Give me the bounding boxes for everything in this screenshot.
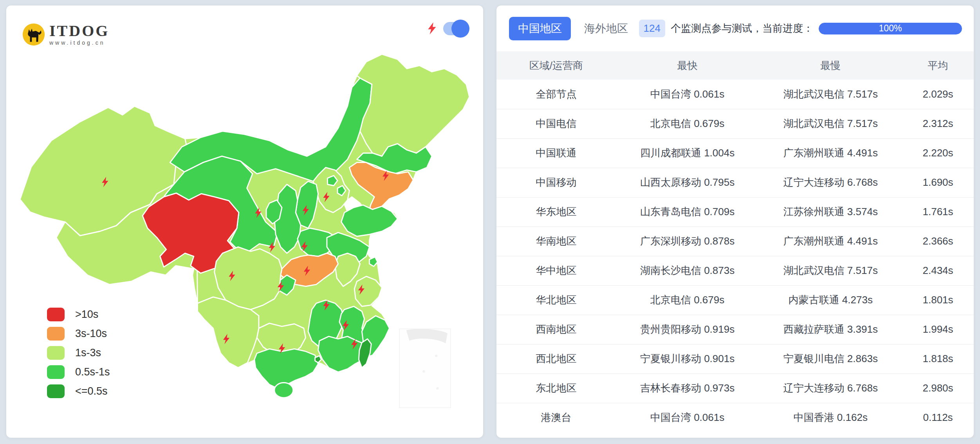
table-cell: 贵州贵阳移动 0.919s — [616, 315, 759, 344]
legend-label: 3s-10s — [75, 328, 107, 340]
table-cell: 中国电信 — [496, 109, 616, 138]
table-cell: 2.312s — [902, 109, 974, 138]
logo: ITDOG www.itdog.cn — [22, 23, 109, 46]
column-header: 最快 — [616, 51, 759, 80]
table-cell: 山西太原移动 0.795s — [616, 168, 759, 197]
table-cell: 广东深圳移动 0.878s — [616, 227, 759, 256]
table-row: 华中地区湖南长沙电信 0.873s湖北武汉电信 7.517s2.434s — [496, 256, 974, 285]
results-table-body: 全部节点中国台湾 0.061s湖北武汉电信 7.517s2.029s中国电信北京… — [496, 80, 974, 432]
column-header: 平均 — [902, 51, 974, 80]
table-cell: 湖北武汉电信 7.517s — [759, 256, 902, 285]
legend-swatch-icon — [47, 384, 65, 398]
legend-swatch-icon — [47, 308, 65, 321]
legend-swatch-icon — [47, 327, 65, 341]
province-shandong[interactable] — [341, 205, 398, 236]
table-row: 西南地区贵州贵阳移动 0.919s西藏拉萨联通 3.391s1.994s — [496, 315, 974, 344]
table-cell: 2.029s — [902, 80, 974, 109]
legend-label: 1s-3s — [75, 347, 101, 359]
table-cell: 江苏徐州联通 3.574s — [759, 197, 902, 227]
table-cell: 湖北武汉电信 7.517s — [759, 80, 902, 109]
table-cell: 湖南长沙电信 0.873s — [616, 256, 759, 285]
table-cell: 宁夏银川电信 2.863s — [759, 344, 902, 373]
legend-item-gt10[interactable]: >10s — [47, 307, 110, 321]
table-cell: 2.220s — [902, 138, 974, 168]
results-panel: 中国地区 海外地区 124 个监测点参与测试，当前进度： 100% 区域/运营商… — [496, 5, 974, 438]
legend-item-s05to1[interactable]: 0.5s-1s — [47, 365, 110, 379]
table-cell: 中国台湾 0.061s — [616, 403, 759, 432]
table-cell: 山东青岛电信 0.709s — [616, 197, 759, 227]
table-row: 全部节点中国台湾 0.061s湖北武汉电信 7.517s2.029s — [496, 80, 974, 109]
progress-group: 124 个监测点参与测试，当前进度： 100% — [639, 20, 962, 37]
legend-swatch-icon — [47, 365, 65, 379]
table-cell: 东北地区 — [496, 373, 616, 403]
table-cell: 广东潮州联通 4.491s — [759, 227, 902, 256]
map-toggle-area — [428, 22, 468, 35]
table-cell: 华中地区 — [496, 256, 616, 285]
province-hainan[interactable] — [274, 383, 293, 398]
table-cell: 西藏拉萨联通 3.391s — [759, 315, 902, 344]
table-cell: 四川成都联通 1.004s — [616, 138, 759, 168]
table-row: 港澳台中国台湾 0.061s中国香港 0.162s0.112s — [496, 403, 974, 432]
table-row: 中国电信北京电信 0.679s湖北武汉电信 7.517s2.312s — [496, 109, 974, 138]
itdog-logo-icon — [22, 23, 45, 46]
table-cell: 北京电信 0.679s — [616, 285, 759, 315]
region-tabs: 中国地区 海外地区 — [509, 17, 628, 40]
table-cell: 湖北武汉电信 7.517s — [759, 109, 902, 138]
table-row: 西北地区宁夏银川移动 0.901s宁夏银川电信 2.863s1.818s — [496, 344, 974, 373]
table-cell: 1.801s — [902, 285, 974, 315]
tab-overseas[interactable]: 海外地区 — [584, 17, 628, 40]
table-cell: 辽宁大连移动 6.768s — [759, 168, 902, 197]
legend-swatch-icon — [47, 346, 65, 360]
monitor-count-badge: 124 — [639, 20, 665, 37]
legend-item-le05[interactable]: <=0.5s — [47, 384, 110, 398]
monitor-label: 个监测点参与测试，当前进度： — [671, 22, 813, 35]
progress-label: 100% — [879, 23, 902, 34]
table-cell: 港澳台 — [496, 403, 616, 432]
table-cell: 2.980s — [902, 373, 974, 403]
results-table-head: 区域/运营商最快最慢平均 — [496, 51, 974, 80]
column-header: 区域/运营商 — [496, 51, 616, 80]
table-cell: 2.366s — [902, 227, 974, 256]
table-cell: 广东潮州联通 4.491s — [759, 138, 902, 168]
map-panel: ITDOG www.itdog.cn >10s3s-10s1s-3s0.5s-1… — [6, 5, 483, 438]
south-sea-inset — [399, 329, 451, 408]
table-cell: 中国移动 — [496, 168, 616, 197]
table-cell: 辽宁大连移动 6.768s — [759, 373, 902, 403]
table-cell: 中国联通 — [496, 138, 616, 168]
results-table: 区域/运营商最快最慢平均 全部节点中国台湾 0.061s湖北武汉电信 7.517… — [496, 51, 974, 432]
table-row: 华南地区广东深圳移动 0.878s广东潮州联通 4.491s2.366s — [496, 227, 974, 256]
table-cell: 1.818s — [902, 344, 974, 373]
logo-title: ITDOG — [49, 23, 109, 39]
legend-item-s1to3[interactable]: 1s-3s — [47, 346, 110, 360]
legend-label: <=0.5s — [75, 385, 108, 397]
table-cell: 华南地区 — [496, 227, 616, 256]
table-row: 中国移动山西太原移动 0.795s辽宁大连移动 6.768s1.690s — [496, 168, 974, 197]
column-header: 最慢 — [759, 51, 902, 80]
table-cell: 中国香港 0.162s — [759, 403, 902, 432]
table-row: 华东地区山东青岛电信 0.709s江苏徐州联通 3.574s1.761s — [496, 197, 974, 227]
table-cell: 2.434s — [902, 256, 974, 285]
table-cell: 华北地区 — [496, 285, 616, 315]
legend-label: 0.5s-1s — [75, 366, 110, 378]
ping-mode-toggle[interactable] — [443, 22, 468, 35]
table-cell: 吉林长春移动 0.973s — [616, 373, 759, 403]
tab-china[interactable]: 中国地区 — [509, 17, 571, 40]
province-heilongjiang[interactable] — [357, 54, 469, 156]
progress-fill: 100% — [819, 23, 962, 34]
legend-label: >10s — [75, 308, 98, 321]
table-cell: 1.690s — [902, 168, 974, 197]
legend-item-s3to10[interactable]: 3s-10s — [47, 326, 110, 341]
table-cell: 西南地区 — [496, 315, 616, 344]
table-cell: 北京电信 0.679s — [616, 109, 759, 138]
table-cell: 华东地区 — [496, 197, 616, 227]
lightning-icon — [428, 22, 437, 35]
table-cell: 中国台湾 0.061s — [616, 80, 759, 109]
logo-subtitle: www.itdog.cn — [49, 40, 109, 46]
legend: >10s3s-10s1s-3s0.5s-1s<=0.5s — [47, 307, 110, 398]
table-cell: 宁夏银川移动 0.901s — [616, 344, 759, 373]
table-cell: 1.994s — [902, 315, 974, 344]
table-cell: 全部节点 — [496, 80, 616, 109]
page: ITDOG www.itdog.cn >10s3s-10s1s-3s0.5s-1… — [0, 0, 980, 444]
toggle-knob — [451, 20, 469, 38]
table-cell: 1.761s — [902, 197, 974, 227]
